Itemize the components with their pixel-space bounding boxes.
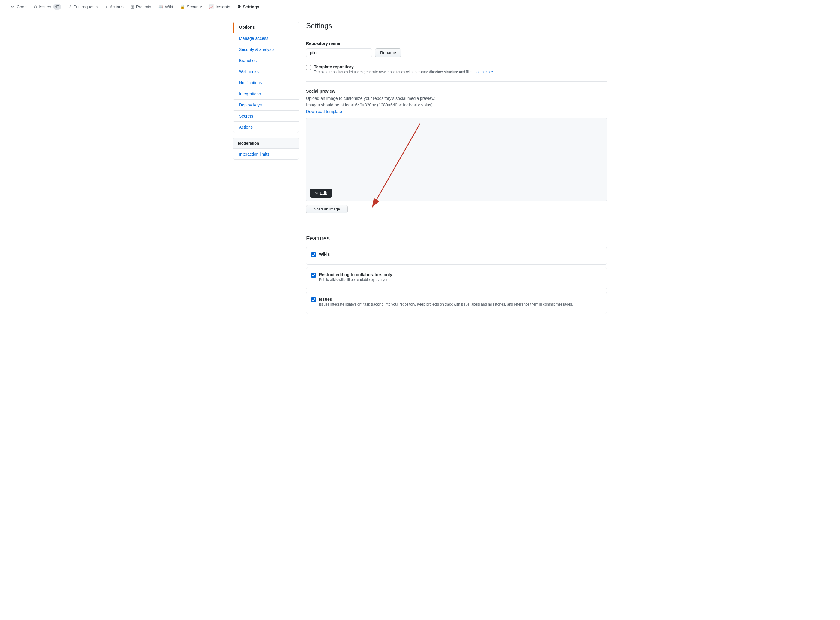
restrict-editing-desc: Public wikis will still be readable by e… [319, 278, 392, 282]
issues-label: Issues [319, 297, 573, 302]
sidebar-item-secrets[interactable]: Secrets [233, 111, 299, 122]
social-preview-desc1: Upload an image to customize your reposi… [306, 96, 607, 101]
nav-code[interactable]: <> Code [7, 1, 30, 14]
repo-name-section: Repository name Rename [306, 41, 607, 57]
restrict-editing-label: Restrict editing to collaborators only [319, 272, 392, 277]
download-template-link[interactable]: Download template [306, 109, 607, 114]
actions-icon: ▷ [105, 5, 108, 9]
wikis-label: Wikis [319, 252, 330, 257]
sidebar-item-manage-access[interactable]: Manage access [233, 33, 299, 44]
projects-icon: ▦ [131, 5, 134, 9]
repo-name-input-row: Rename [306, 48, 607, 57]
main-content: Settings Repository name Rename Template… [306, 22, 607, 321]
social-preview-section: Social preview Upload an image to custom… [306, 89, 607, 220]
template-repo-text: Template repository Template repositorie… [314, 65, 494, 74]
restrict-editing-checkbox[interactable] [311, 273, 316, 278]
nav-actions[interactable]: ▷ Actions [102, 1, 126, 14]
insights-icon: 📈 [209, 5, 214, 9]
sidebar-item-deploy-keys[interactable]: Deploy keys [233, 99, 299, 111]
nav-insights[interactable]: 📈 Insights [206, 1, 233, 14]
divider-1 [306, 81, 607, 81]
issues-badge: 47 [53, 4, 61, 10]
issues-icon: ⊙ [34, 5, 37, 9]
wiki-icon: 📖 [158, 5, 163, 9]
sidebar: Options Manage access Security & analysi… [233, 22, 299, 321]
social-preview-title: Social preview [306, 89, 607, 93]
template-repo-section: Template repository Template repositorie… [306, 65, 607, 74]
code-icon: <> [10, 5, 15, 9]
sidebar-item-branches[interactable]: Branches [233, 55, 299, 66]
upload-image-button[interactable]: Upload an image... [306, 205, 348, 213]
issues-checkbox[interactable] [311, 297, 316, 302]
template-repo-learn-more[interactable]: Learn more. [475, 70, 494, 74]
nav-projects[interactable]: ▦ Projects [128, 1, 155, 14]
wikis-checkbox[interactable] [311, 253, 316, 257]
sidebar-item-webhooks[interactable]: Webhooks [233, 66, 299, 77]
feature-wikis: Wikis [306, 247, 607, 265]
template-repo-desc: Template repositories let users generate… [314, 70, 494, 74]
sidebar-item-actions[interactable]: Actions [233, 122, 299, 132]
nav-issues[interactable]: ⊙ Issues 47 [31, 1, 64, 14]
page-title: Settings [306, 22, 607, 35]
rename-button[interactable]: Rename [375, 48, 401, 57]
security-icon: 🔒 [180, 5, 185, 9]
issues-desc: Issues integrate lightweight task tracki… [319, 302, 573, 306]
nav-pull-requests[interactable]: ⇄ Pull requests [65, 1, 101, 14]
sidebar-item-options[interactable]: Options [233, 22, 299, 33]
feature-issues: Issues Issues integrate lightweight task… [306, 292, 607, 314]
pull-requests-icon: ⇄ [68, 5, 72, 9]
sidebar-item-integrations[interactable]: Integrations [233, 89, 299, 99]
features-title: Features [306, 235, 607, 242]
social-preview-desc2: Images should be at least 640×320px (128… [306, 102, 607, 107]
sidebar-item-interaction-limits[interactable]: Interaction limits [233, 149, 299, 160]
sidebar-moderation-section: Moderation Interaction limits [233, 138, 299, 160]
repo-name-label: Repository name [306, 41, 607, 46]
feature-restrict-editing: Restrict editing to collaborators only P… [306, 267, 607, 289]
social-preview-image-box: ✎ Edit [306, 117, 607, 202]
template-repo-label: Template repository [314, 65, 494, 69]
sidebar-item-security-analysis[interactable]: Security & analysis [233, 44, 299, 55]
divider-2 [306, 227, 607, 228]
top-navigation: <> Code ⊙ Issues 47 ⇄ Pull requests ▷ Ac… [0, 0, 840, 14]
template-repo-checkbox[interactable] [306, 65, 311, 70]
sidebar-main-section: Options Manage access Security & analysi… [233, 22, 299, 133]
page-layout: Options Manage access Security & analysi… [228, 14, 612, 328]
features-section: Features Wikis Restrict editing to colla… [306, 235, 607, 314]
repo-name-input[interactable] [306, 48, 372, 57]
template-repo-row: Template repository Template repositorie… [306, 65, 607, 74]
settings-icon: ⚙ [237, 5, 241, 9]
sidebar-moderation-label: Moderation [233, 138, 299, 149]
edit-button[interactable]: ✎ Edit [310, 188, 332, 197]
nav-settings[interactable]: ⚙ Settings [234, 1, 262, 14]
sidebar-item-notifications[interactable]: Notifications [233, 77, 299, 89]
nav-wiki[interactable]: 📖 Wiki [155, 1, 176, 14]
nav-security[interactable]: 🔒 Security [177, 1, 205, 14]
